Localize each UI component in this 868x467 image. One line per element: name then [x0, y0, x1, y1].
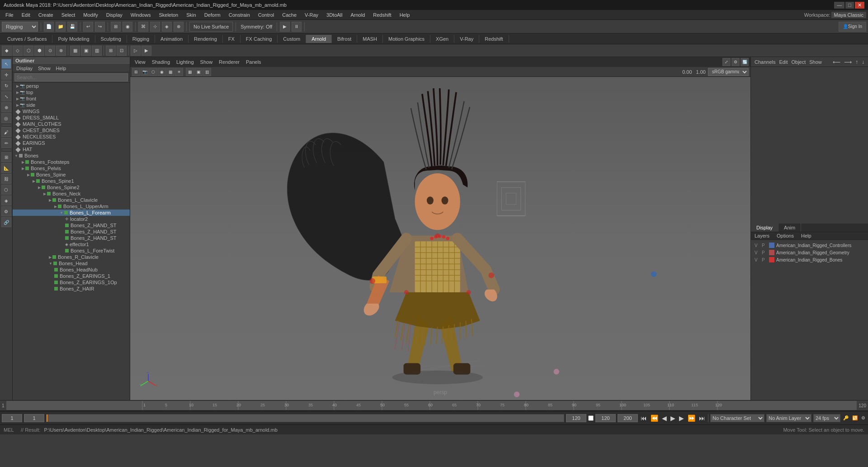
layer-name-geometry[interactable]: American_Indian_Rigged_Geometry	[776, 250, 864, 255]
edit-menu[interactable]: Edit	[779, 59, 788, 65]
move-tool[interactable]: ✛	[1, 70, 11, 80]
snap3-button[interactable]: ◈	[162, 22, 172, 32]
menu-skeleton[interactable]: Skeleton	[155, 11, 182, 19]
layer-v1[interactable]: V	[755, 243, 760, 248]
fps-select[interactable]: 24 fps	[813, 414, 840, 422]
tree-item-bones-l-foretwist[interactable]: Bones_L_ForeTwist	[13, 248, 130, 254]
layer-p2[interactable]: P	[762, 250, 767, 255]
layer-name-bones[interactable]: American_Indian_Rigged_Bones	[776, 257, 864, 262]
menu-display[interactable]: Display	[103, 11, 126, 19]
tree-item-bones-spine[interactable]: ▶ Bones_Spine	[13, 172, 130, 178]
tab-mash[interactable]: MASH	[357, 35, 383, 43]
tree-item-bones[interactable]: ▼ Bones	[13, 152, 130, 159]
rpanel-icon2[interactable]: ⟶	[844, 59, 852, 65]
play-btn[interactable]: ▶	[670, 415, 676, 422]
tree-item-locator2[interactable]: ✛ locator2	[13, 216, 130, 222]
next-frame-btn[interactable]: ⏩	[687, 415, 696, 422]
tb2-btn13[interactable]: ▶	[142, 46, 151, 56]
tab-custom[interactable]: Custom	[278, 35, 306, 43]
render2-button[interactable]: ⏸	[292, 22, 302, 32]
snap4-button[interactable]: ⊕	[174, 22, 184, 32]
tree-item-side[interactable]: ▶ 📷 side	[13, 102, 130, 108]
outliner-help-menu[interactable]: Help	[54, 65, 68, 71]
viewport-canvas[interactable]: persp X Y Z	[130, 77, 750, 400]
vt-btn1[interactable]: ▦	[186, 68, 194, 76]
sculpt-tool[interactable]: 🖌	[1, 127, 11, 137]
menu-skin[interactable]: Skin	[183, 11, 199, 19]
current-frame-input[interactable]	[2, 414, 22, 422]
tree-item-bones-z-hand1[interactable]: Bones_Z_HAND_ST	[13, 222, 130, 229]
menu-windows[interactable]: Windows	[127, 11, 155, 19]
tree-item-bones-r-clavicle[interactable]: ▶ Bones_R_Clavicle	[13, 254, 130, 260]
tree-item-necklesses[interactable]: NECKLESSES	[13, 133, 130, 140]
minimize-button[interactable]: —	[834, 2, 844, 9]
tree-item-bones-pelvis[interactable]: ▶ Bones_Pelvis	[13, 165, 130, 172]
anim-tab[interactable]: Anim	[778, 224, 801, 232]
tab-motion-graphics[interactable]: Motion Graphics	[383, 35, 430, 43]
menu-cache[interactable]: Cache	[278, 11, 300, 19]
layer-v2[interactable]: V	[755, 250, 760, 255]
ik-tool[interactable]: ⚙	[1, 206, 11, 216]
skin-tool[interactable]: ◈	[1, 195, 11, 205]
vt-btn2[interactable]: ▣	[194, 68, 203, 76]
tab-xgen[interactable]: XGen	[430, 35, 454, 43]
loop-btn[interactable]: 🔁	[851, 415, 859, 420]
tree-item-bones-l-clavicle[interactable]: ▶ Bones_L_Clavicle	[13, 197, 130, 203]
undo-button[interactable]: ↩	[83, 22, 93, 32]
range-start-input[interactable]	[24, 414, 44, 422]
object-menu[interactable]: Object	[791, 59, 806, 65]
tab-bifrost[interactable]: Bifrost	[332, 35, 357, 43]
range-end-input[interactable]	[566, 414, 586, 422]
tree-item-front[interactable]: ▶ 📷 front	[13, 95, 130, 102]
tree-item-wings[interactable]: WINGS	[13, 108, 130, 114]
menu-3dtoall[interactable]: 3DtoAll	[323, 11, 346, 19]
tb2-btn6[interactable]: ⊗	[56, 46, 66, 56]
layer-p3[interactable]: P	[762, 257, 767, 262]
tree-item-main-clothes[interactable]: MAIN_CLOTHES	[13, 121, 130, 127]
tb2-btn1[interactable]: ◆	[2, 46, 12, 56]
vt-select-btn[interactable]: ⊞	[132, 68, 140, 76]
snap1-button[interactable]: ⌘	[138, 22, 148, 32]
viewport-settings-btn[interactable]: ⚙	[731, 58, 740, 66]
rotate-tool[interactable]: ↻	[1, 81, 11, 91]
settings-btn[interactable]: ⚙	[860, 415, 866, 420]
viewport-fullscreen-btn[interactable]: ⤢	[722, 58, 731, 66]
tab-rigging[interactable]: Rigging	[127, 35, 155, 43]
rpanel-icon3[interactable]: ↑	[855, 59, 858, 65]
tree-item-top[interactable]: ▶ 📷 top	[13, 89, 130, 95]
next-key-btn[interactable]: ▶	[678, 415, 685, 422]
tb2-btn3[interactable]: ⬡	[24, 46, 33, 56]
prev-key-btn[interactable]: ◀	[661, 415, 668, 422]
layer-name-controllers[interactable]: American_Indian_Rigged_Controllers	[776, 243, 864, 248]
no-live-surface[interactable]: No Live Surface	[189, 22, 233, 32]
viewport-menu-lighting[interactable]: Lighting	[174, 58, 197, 66]
constraint-tool[interactable]: 🔗	[1, 217, 11, 227]
viewport-sync-btn[interactable]: 🔃	[741, 58, 749, 66]
maximize-button[interactable]: □	[845, 2, 854, 9]
tree-item-earings[interactable]: EARINGS	[13, 140, 130, 146]
tree-item-bones-footsteps[interactable]: ▶ Bones_Footsteps	[13, 159, 130, 165]
tree-item-bones-spine2[interactable]: ▶ Bones_Spine2	[13, 184, 130, 191]
tree-item-persp[interactable]: ▶ 📷 persp	[13, 83, 130, 89]
color-space-select[interactable]: sRGB gamma	[708, 68, 749, 76]
tb2-btn2[interactable]: ◇	[13, 46, 23, 56]
tool1-button[interactable]: ⊞	[111, 22, 121, 32]
layer-p1[interactable]: P	[762, 243, 767, 248]
tree-item-bones-head[interactable]: ▼ Bones_Head	[13, 260, 130, 267]
tb2-btn12[interactable]: ▷	[131, 46, 141, 56]
tree-item-bones-z-earings1[interactable]: Bones_Z_EARINGS_1	[13, 273, 130, 279]
tree-item-bones-neck[interactable]: ▶ Bones_Neck	[13, 191, 130, 197]
open-file-button[interactable]: 📁	[56, 22, 66, 32]
menu-deform[interactable]: Deform	[201, 11, 224, 19]
redo-button[interactable]: ↪	[95, 22, 105, 32]
vt-shaded-btn[interactable]: ◉	[158, 68, 166, 76]
viewport-menu-show[interactable]: Show	[198, 58, 216, 66]
timeline-ruler[interactable]: 1 5 10 15 20 25 30 35 40 45 50	[6, 401, 857, 410]
vt-camera-btn[interactable]: 📷	[141, 68, 149, 76]
outliner-show-menu[interactable]: Show	[36, 65, 52, 71]
soft-mod-tool[interactable]: ◎	[1, 113, 11, 123]
goto-start-btn[interactable]: ⏮	[640, 415, 648, 422]
tab-arnold[interactable]: Arnold	[306, 35, 332, 43]
menu-vray[interactable]: V-Ray	[301, 11, 322, 19]
max-frame-input[interactable]	[595, 414, 616, 422]
